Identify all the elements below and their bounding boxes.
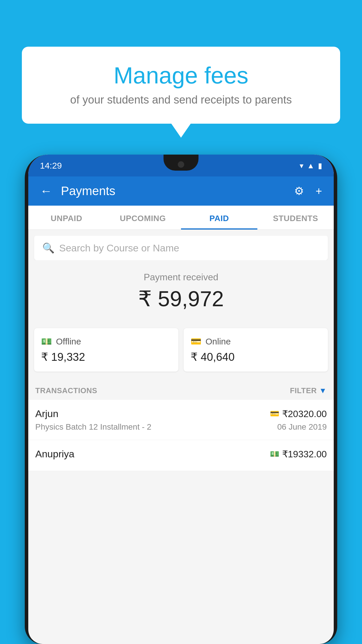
notch [164,155,198,171]
app-toolbar: ← Payments ⚙ + [28,176,334,206]
transaction-amount: 💳 ₹20320.00 [270,408,327,419]
tab-upcoming[interactable]: UPCOMING [105,206,181,230]
card-payment-icon: 💳 [270,409,279,418]
payment-received-label: Payment received [34,272,328,283]
transaction-top-arjun: Arjun 💳 ₹20320.00 [35,408,327,419]
back-button[interactable]: ← [37,181,55,201]
cash-payment-icon: 💵 [270,449,279,459]
transaction-amount-value: ₹20320.00 [282,408,327,419]
camera [178,161,184,168]
filter-label: FILTER [290,386,317,395]
card-icon: 💳 [191,336,201,346]
tab-bar: UNPAID UPCOMING PAID STUDENTS [28,206,334,230]
transaction-list: Arjun 💳 ₹20320.00 Physics Batch 12 Insta… [28,400,334,471]
payment-summary: Payment received ₹ 59,972 [28,260,334,328]
status-time: 14:29 [40,161,62,171]
search-bar[interactable]: 🔍 Search by Course or Name [34,236,328,260]
tab-students[interactable]: STUDENTS [257,206,334,230]
offline-amount: ₹ 19,332 [41,351,171,363]
filter-button[interactable]: FILTER ▼ [290,386,327,395]
transaction-name: Anupriya [35,448,74,460]
online-amount: ₹ 40,640 [191,351,321,363]
transaction-date: 06 June 2019 [277,422,327,432]
transaction-name: Arjun [35,408,58,419]
bubble-title: Manage fees [39,63,323,88]
tab-paid[interactable]: PAID [181,206,257,230]
tab-unpaid[interactable]: UNPAID [28,206,105,230]
search-icon: 🔍 [42,242,55,254]
bubble-subtitle: of your students and send receipts to pa… [39,94,323,106]
payment-total: ₹ 59,972 [34,286,328,311]
transactions-header: TRANSACTIONS FILTER ▼ [28,380,334,400]
filter-icon: ▼ [319,386,327,395]
phone-inner: 14:29 ▾ ▲ ▮ ← Payments ⚙ + UNP [28,155,334,644]
table-row[interactable]: Anupriya 💵 ₹19332.00 [28,440,334,471]
speech-bubble-container: Manage fees of your students and send re… [22,47,340,124]
transaction-course: Physics Batch 12 Installment - 2 [35,422,151,432]
speech-bubble: Manage fees of your students and send re… [22,47,340,124]
signal-icon: ▲ [307,161,314,170]
offline-card-header: 💵 Offline [41,336,171,346]
online-label: Online [205,337,231,346]
search-input[interactable]: Search by Course or Name [59,242,179,254]
online-card-header: 💳 Online [191,336,321,346]
transaction-amount-value: ₹19332.00 [282,449,327,460]
transaction-bottom-arjun: Physics Batch 12 Installment - 2 06 June… [35,422,327,432]
add-button[interactable]: + [313,182,325,200]
payment-cards: 💵 Offline ₹ 19,332 💳 Online ₹ 40,640 [28,328,334,380]
wifi-icon: ▾ [300,161,303,170]
transactions-label: TRANSACTIONS [35,386,97,395]
online-card: 💳 Online ₹ 40,640 [184,328,328,372]
status-bar: 14:29 ▾ ▲ ▮ [28,155,334,176]
cash-icon: 💵 [41,336,52,346]
offline-label: Offline [56,337,81,346]
transaction-top-anupriya: Anupriya 💵 ₹19332.00 [35,448,327,460]
transaction-amount: 💵 ₹19332.00 [270,449,327,460]
app-body: 🔍 Search by Course or Name Payment recei… [28,230,334,471]
table-row[interactable]: Arjun 💳 ₹20320.00 Physics Batch 12 Insta… [28,400,334,440]
settings-button[interactable]: ⚙ [291,182,307,200]
battery-icon: ▮ [318,161,322,170]
toolbar-title: Payments [61,184,285,198]
offline-card: 💵 Offline ₹ 19,332 [34,328,178,372]
phone-screen: 14:29 ▾ ▲ ▮ ← Payments ⚙ + UNP [28,155,334,644]
phone-frame: 14:29 ▾ ▲ ▮ ← Payments ⚙ + UNP [25,155,337,644]
status-icons: ▾ ▲ ▮ [300,161,322,170]
